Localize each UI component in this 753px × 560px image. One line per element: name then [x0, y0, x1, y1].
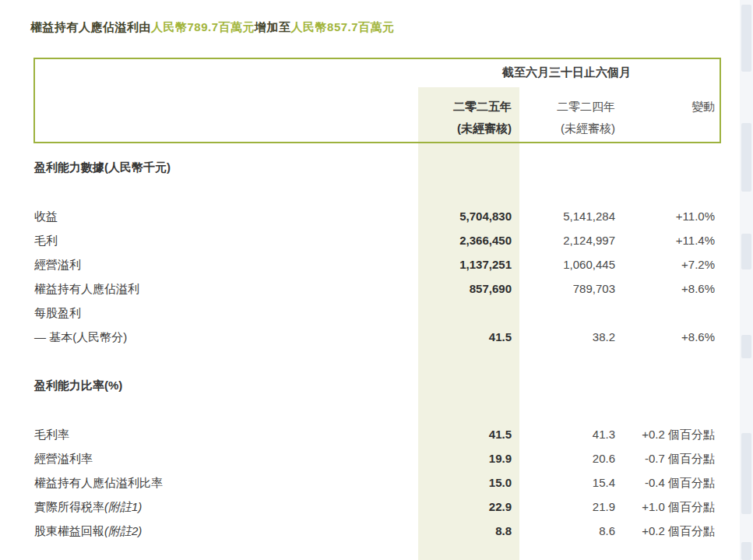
- value-2024: 21.9: [593, 495, 615, 519]
- value-change: +8.6%: [681, 326, 715, 349]
- value-2024: 38.2: [593, 326, 615, 349]
- value-2024: 20.6: [593, 447, 615, 470]
- table-row: 收益5,704,8305,141,284+11.0%: [0, 205, 753, 228]
- title-segment: 權益持有人應佔溢利由: [30, 20, 151, 33]
- value-change: -0.4 個百分點: [645, 471, 715, 495]
- column-subheader-2024: (未經審核): [561, 122, 615, 136]
- column-header-2025: 二零二五年: [453, 100, 512, 114]
- table-row: 權益持有人應佔溢利比率15.015.4-0.4 個百分點: [0, 471, 753, 495]
- value-2025: 15.0: [489, 471, 512, 495]
- row-label-note: (附註1): [104, 500, 142, 513]
- value-change: -0.7 個百分點: [645, 447, 715, 470]
- value-2024: 8.6: [599, 519, 615, 543]
- table-row: 股東權益回報(附註2)8.88.6+0.2 個百分點: [0, 519, 753, 543]
- value-change: +8.6%: [681, 277, 715, 301]
- value-2025: 8.8: [495, 519, 512, 543]
- value-2024: 2,124,997: [563, 229, 615, 252]
- value-2025: 41.5: [489, 423, 512, 446]
- column-subheader-2025: (未經審核): [457, 122, 512, 136]
- row-label: — 基本(人民幣分): [34, 326, 127, 349]
- value-2025: 2,366,450: [459, 229, 512, 252]
- row-label: 實際所得税率(附註1): [34, 495, 142, 519]
- table-row: 每股盈利: [0, 301, 753, 325]
- table-row: 毛利2,366,4502,124,997+11.4%: [0, 229, 753, 252]
- table-row: 經營溢利1,137,2511,060,445+7.2%: [0, 253, 753, 276]
- next-page-text-block: [741, 123, 751, 192]
- value-change: +0.2 個百分點: [642, 423, 715, 446]
- row-label: 權益持有人應佔溢利: [34, 277, 139, 301]
- row-label: 收益: [34, 205, 58, 228]
- value-2025: 1,137,251: [459, 253, 512, 276]
- row-label: 毛利: [34, 229, 58, 252]
- value-2024: 5,141,284: [563, 205, 615, 228]
- row-label: 股東權益回報(附註2): [34, 519, 142, 543]
- table-row: 經營溢利率19.920.6-0.7 個百分點: [0, 447, 753, 470]
- next-page-text-block: [741, 542, 751, 560]
- value-2024: 41.3: [593, 423, 615, 446]
- value-change: +1.0 個百分點: [642, 495, 715, 519]
- period-header: 截至六月三十日止六個月: [418, 65, 715, 79]
- title-amount-2024: 人民幣789.7百萬元: [151, 20, 255, 33]
- title-segment: 增加至: [255, 20, 291, 33]
- row-label: 權益持有人應佔溢利比率: [34, 471, 163, 495]
- value-2024: 789,703: [573, 277, 615, 301]
- column-header-2024: 二零二四年: [557, 100, 615, 114]
- value-change: +11.0%: [676, 205, 715, 228]
- title-amount-2025: 人民幣857.7百萬元: [291, 20, 395, 33]
- value-change: +7.2%: [681, 253, 715, 276]
- next-page-text-block: [741, 5, 751, 72]
- value-2025: 19.9: [489, 447, 512, 470]
- column-header-change: 變動: [691, 100, 715, 114]
- row-label: 經營溢利: [34, 253, 81, 276]
- page-title: 權益持有人應佔溢利由人民幣789.7百萬元增加至人民幣857.7百萬元: [30, 19, 395, 36]
- value-2025: 857,690: [470, 277, 512, 301]
- section-heading: 盈利能力比率(%): [34, 374, 122, 397]
- section-heading: 盈利能力數據(人民幣千元): [34, 156, 171, 179]
- row-label-note: (附註2): [104, 524, 142, 537]
- value-2024: 15.4: [593, 471, 615, 495]
- value-2025: 5,704,830: [459, 205, 512, 228]
- value-change: +11.4%: [676, 229, 715, 252]
- row-label: 每股盈利: [34, 301, 81, 325]
- value-2024: 1,060,445: [563, 253, 615, 276]
- value-change: +0.2 個百分點: [642, 519, 715, 543]
- row-label: 毛利率: [34, 423, 69, 446]
- value-2025: 41.5: [489, 326, 512, 349]
- report-page: 權益持有人應佔溢利由人民幣789.7百萬元增加至人民幣857.7百萬元 截至六月…: [0, 0, 753, 560]
- table-row: 毛利率41.541.3+0.2 個百分點: [0, 423, 753, 446]
- row-label: 經營溢利率: [34, 447, 93, 470]
- value-2025: 22.9: [489, 495, 512, 519]
- table-row: 實際所得税率(附註1)22.921.9+1.0 個百分點: [0, 495, 753, 519]
- table-row: — 基本(人民幣分)41.538.2+8.6%: [0, 326, 753, 349]
- table-row: 權益持有人應佔溢利857,690789,703+8.6%: [0, 277, 753, 301]
